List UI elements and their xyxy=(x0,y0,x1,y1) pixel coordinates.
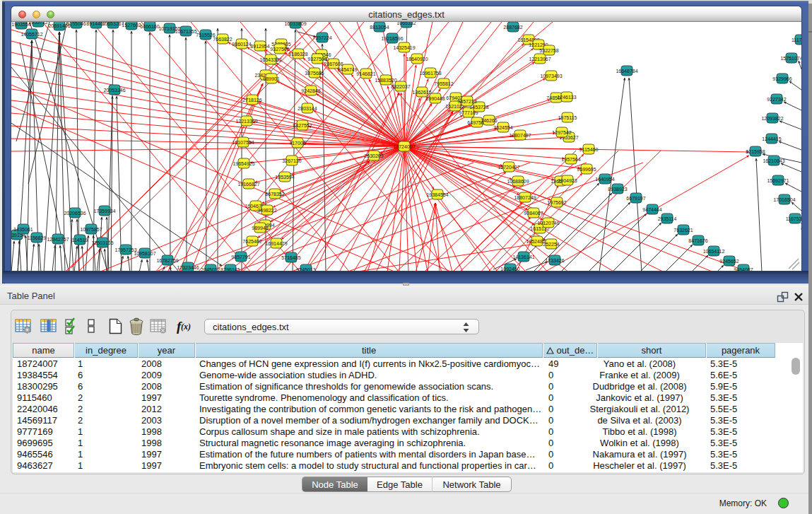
svg-text:1975115: 1975115 xyxy=(558,115,577,120)
svg-text:8938923: 8938923 xyxy=(608,187,627,192)
svg-text:20053346: 20053346 xyxy=(103,88,125,93)
svg-text:1244415: 1244415 xyxy=(762,136,781,141)
svg-text:1167534: 1167534 xyxy=(786,216,801,221)
svg-text:989948: 989948 xyxy=(252,226,268,230)
svg-text:2718126: 2718126 xyxy=(242,98,261,103)
svg-text:10975857: 10975857 xyxy=(80,227,102,232)
svg-text:8678352: 8678352 xyxy=(265,192,284,197)
svg-text:9327508: 9327508 xyxy=(307,57,326,62)
svg-text:3624554: 3624554 xyxy=(493,125,512,130)
svg-text:7663822: 7663822 xyxy=(213,37,232,42)
svg-text:9457213: 9457213 xyxy=(457,99,476,104)
svg-text:10671355: 10671355 xyxy=(175,29,196,34)
svg-text:9464087: 9464087 xyxy=(734,267,753,271)
svg-text:114519: 114519 xyxy=(72,238,88,243)
svg-text:1246133: 1246133 xyxy=(557,95,576,100)
svg-text:9857791: 9857791 xyxy=(231,255,250,259)
svg-text:8215958: 8215958 xyxy=(746,149,765,154)
svg-text:7632621: 7632621 xyxy=(673,228,693,233)
svg-text:9327505: 9327505 xyxy=(270,47,289,52)
svg-text:2867608: 2867608 xyxy=(324,62,343,66)
svg-text:1733426: 1733426 xyxy=(545,258,564,263)
svg-text:7357224: 7357224 xyxy=(312,35,331,40)
svg-text:7625402: 7625402 xyxy=(242,239,261,244)
svg-text:746266: 746266 xyxy=(481,118,497,123)
svg-text:3498222: 3498222 xyxy=(257,208,276,213)
svg-text:3267130: 3267130 xyxy=(282,158,301,163)
svg-text:1435061: 1435061 xyxy=(13,227,33,232)
svg-text:12503135: 12503135 xyxy=(91,240,113,245)
svg-text:10654112: 10654112 xyxy=(703,249,725,254)
svg-text:2935114: 2935114 xyxy=(658,216,677,221)
svg-text:8427552: 8427552 xyxy=(293,123,312,128)
svg-text:1362615: 1362615 xyxy=(412,90,431,95)
svg-text:1353594: 1353594 xyxy=(275,175,294,180)
svg-text:16961758: 16961758 xyxy=(419,71,441,76)
svg-text:9155046: 9155046 xyxy=(66,22,86,26)
svg-text:1156829: 1156829 xyxy=(28,235,47,240)
svg-text:9860124: 9860124 xyxy=(232,42,251,47)
svg-text:10973493: 10973493 xyxy=(540,74,562,78)
svg-text:1904923: 1904923 xyxy=(558,178,577,183)
svg-text:8471676: 8471676 xyxy=(688,238,707,243)
svg-text:18640910: 18640910 xyxy=(406,57,428,62)
svg-text:17359934: 17359934 xyxy=(93,209,115,214)
svg-text:19654925: 19654925 xyxy=(233,161,254,166)
svg-text:2530203: 2530203 xyxy=(364,153,383,158)
svg-text:12213369: 12213369 xyxy=(235,119,257,124)
svg-text:5716485: 5716485 xyxy=(281,255,300,260)
svg-text:1640954: 1640954 xyxy=(595,177,614,182)
svg-text:(x): (x) xyxy=(181,322,191,332)
svg-text:16914479: 16914479 xyxy=(265,241,287,246)
svg-text:18724007: 18724007 xyxy=(393,144,415,149)
svg-text:12213967: 12213967 xyxy=(529,57,551,62)
svg-text:8813054: 8813054 xyxy=(370,25,389,30)
svg-text:17016504: 17016504 xyxy=(773,197,795,202)
svg-text:417006: 417006 xyxy=(289,141,305,146)
svg-text:8990448: 8990448 xyxy=(425,96,445,101)
svg-text:8454749: 8454749 xyxy=(338,67,357,72)
svg-text:16648784: 16648784 xyxy=(616,69,637,74)
svg-text:2045012: 2045012 xyxy=(201,267,220,271)
svg-text:12942757: 12942757 xyxy=(47,237,69,242)
svg-text:8322037: 8322037 xyxy=(391,84,410,89)
svg-text:16210643: 16210643 xyxy=(763,158,784,163)
svg-text:2803144: 2803144 xyxy=(298,106,317,111)
svg-text:1975692: 1975692 xyxy=(547,200,566,205)
svg-text:19218596: 19218596 xyxy=(381,36,403,41)
svg-text:12093822: 12093822 xyxy=(761,116,783,121)
svg-text:14325419: 14325419 xyxy=(393,45,415,50)
svg-text:8186328: 8186328 xyxy=(288,52,307,57)
svg-text:252254: 252254 xyxy=(543,242,559,247)
svg-text:15883520: 15883520 xyxy=(375,78,396,83)
svg-text:2887682: 2887682 xyxy=(503,25,522,30)
svg-text:9146821: 9146821 xyxy=(356,71,375,76)
svg-text:10807487: 10807487 xyxy=(509,133,531,138)
svg-text:9329966: 9329966 xyxy=(772,76,792,81)
svg-text:16033809: 16033809 xyxy=(284,22,306,26)
svg-text:8796145: 8796145 xyxy=(220,267,240,271)
svg-text:7955812: 7955812 xyxy=(434,81,453,86)
svg-text:8912954: 8912954 xyxy=(250,44,269,49)
svg-text:16543382: 16543382 xyxy=(259,57,281,62)
svg-text:15720407: 15720407 xyxy=(498,165,519,170)
svg-text:10688609: 10688609 xyxy=(507,179,529,184)
svg-text:9115460: 9115460 xyxy=(579,147,599,152)
svg-text:9242848: 9242848 xyxy=(301,88,320,93)
svg-text:18807249: 18807249 xyxy=(514,195,536,200)
svg-text:6679197: 6679197 xyxy=(626,196,645,201)
svg-text:14136141: 14136141 xyxy=(512,255,534,259)
svg-text:9227342: 9227342 xyxy=(767,97,786,102)
svg-text:2055712: 2055712 xyxy=(28,22,47,25)
svg-text:9245013: 9245013 xyxy=(296,267,315,271)
svg-text:19166827: 19166827 xyxy=(237,182,259,187)
svg-text:15751074: 15751074 xyxy=(780,56,801,61)
svg-text:14055712: 14055712 xyxy=(20,32,42,37)
svg-text:12323446: 12323446 xyxy=(177,265,199,270)
svg-text:16107554: 16107554 xyxy=(232,140,254,145)
svg-text:3875685: 3875685 xyxy=(305,71,324,76)
svg-text:9084067: 9084067 xyxy=(524,211,543,216)
svg-text:1065332: 1065332 xyxy=(396,22,416,25)
svg-text:9245652: 9245652 xyxy=(719,259,739,264)
svg-text:16782759: 16782759 xyxy=(156,258,178,263)
